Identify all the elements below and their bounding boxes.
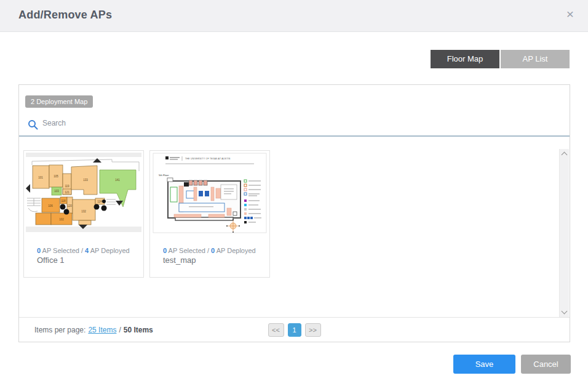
items-per-page-info: Items per page: 25 Items / 50 Items: [34, 318, 153, 342]
page-size-link[interactable]: 25 Items: [88, 326, 116, 334]
deployment-map-count-badge: 2 Deployment Map: [25, 95, 93, 108]
ap-deployed-label: AP Deployed: [215, 247, 255, 254]
save-button[interactable]: Save: [453, 355, 515, 374]
search-input[interactable]: [42, 119, 350, 127]
last-page-button[interactable]: >>: [305, 323, 321, 337]
deployment-map-panel: 2 Deployment Map: [18, 84, 570, 342]
svg-text:141: 141: [115, 179, 120, 182]
rooms: [33, 165, 105, 225]
search-bar: [19, 115, 570, 137]
ap-deployed-label: AP Deployed: [89, 247, 129, 254]
page-controls: << 1 >>: [268, 323, 321, 337]
scroll-down-icon[interactable]: [562, 308, 568, 315]
svg-text:105: 105: [54, 175, 58, 178]
svg-text:101: 101: [38, 176, 43, 179]
svg-text:120: 120: [67, 204, 72, 207]
current-page-button[interactable]: 1: [288, 323, 301, 337]
floor-plan-thumbnail-office-1[interactable]: 101 105 119 103 121 133 141 106 118 120 …: [25, 151, 143, 235]
ap-stats: 0 AP Selected / 4 AP Deployed: [37, 247, 130, 254]
map-card-test-map[interactable]: THE UNIVERSITY OF TEXAS AT AUSTIN 5th Fl…: [149, 150, 270, 278]
svg-text:119: 119: [65, 185, 70, 188]
tab-floor-map[interactable]: Floor Map: [431, 50, 499, 68]
first-page-button[interactable]: <<: [268, 323, 284, 337]
page-title: Add/Remove APs: [18, 9, 112, 22]
svg-text:102: 102: [59, 218, 64, 221]
items-separator: /: [119, 326, 121, 334]
svg-text:133: 133: [83, 179, 88, 182]
library-floor-plan-image: THE UNIVERSITY OF TEXAS AT AUSTIN 5th Fl…: [151, 151, 269, 235]
svg-text:THE UNIVERSITY OF TEXAS AT AUS: THE UNIVERSITY OF TEXAS AT AUSTIN: [185, 158, 231, 160]
floor-plan-thumbnail-test-map[interactable]: THE UNIVERSITY OF TEXAS AT AUSTIN 5th Fl…: [151, 151, 269, 235]
close-icon[interactable]: ×: [566, 7, 574, 20]
floor-label: 5th Floor: [159, 174, 169, 177]
search-icon: [28, 119, 38, 130]
ap-selected-label: AP Selected /: [41, 247, 85, 254]
map-card-office-1[interactable]: 101 105 119 103 121 133 141 106 118 120 …: [23, 150, 144, 278]
svg-text:118: 118: [61, 199, 66, 203]
svg-text:132: 132: [81, 210, 86, 213]
vertical-scrollbar[interactable]: [559, 149, 569, 317]
office-floor-plan-image: 101 105 119 103 121 133 141 106 118 120 …: [25, 151, 143, 235]
map-name: test_map: [163, 255, 196, 265]
modal-header: Add/Remove APs ×: [0, 0, 588, 32]
pagination-bar: Items per page: 25 Items / 50 Items << 1…: [19, 317, 570, 342]
svg-text:124: 124: [97, 200, 102, 203]
view-tabs: Floor Map AP List: [431, 50, 570, 68]
total-items-label: 50 Items: [124, 326, 153, 334]
svg-text:106: 106: [48, 204, 53, 207]
items-per-page-label: Items per page:: [34, 326, 85, 334]
tab-ap-list[interactable]: AP List: [501, 50, 570, 68]
ap-stats: 0 AP Selected / 0 AP Deployed: [163, 247, 256, 254]
ap-selected-label: AP Selected /: [167, 247, 211, 254]
map-list: 101 105 119 103 121 133 141 106 118 120 …: [19, 137, 570, 317]
svg-text:103: 103: [54, 190, 59, 193]
svg-text:121: 121: [65, 191, 70, 194]
scroll-up-icon[interactable]: [562, 152, 568, 158]
cancel-button[interactable]: Cancel: [521, 355, 571, 374]
map-name: Office 1: [37, 255, 65, 265]
